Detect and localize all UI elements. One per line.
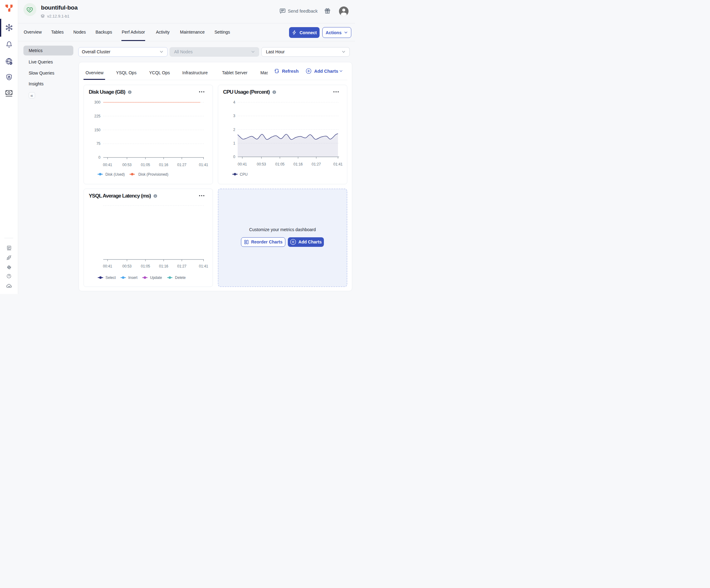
svg-text:00:41: 00:41	[103, 264, 112, 268]
svg-text:Insert: Insert	[128, 276, 138, 280]
svg-text:01:16: 01:16	[159, 163, 168, 167]
svg-text:150: 150	[94, 128, 100, 132]
svg-text:01:05: 01:05	[141, 163, 150, 167]
svg-text:01:05: 01:05	[275, 162, 284, 166]
svg-text:00:41: 00:41	[103, 163, 112, 167]
svg-text:300: 300	[94, 100, 100, 104]
svg-text:01:27: 01:27	[177, 163, 186, 167]
svg-text:00:41: 00:41	[238, 162, 247, 166]
svg-text:01:16: 01:16	[293, 162, 303, 166]
svg-text:Delete: Delete	[175, 276, 186, 280]
svg-text:01:16: 01:16	[159, 264, 168, 268]
svg-text:4: 4	[233, 100, 235, 104]
svg-text:Disk (Used): Disk (Used)	[105, 172, 125, 177]
svg-text:0: 0	[233, 155, 235, 159]
svg-text:3: 3	[233, 114, 235, 118]
svg-text:00:53: 00:53	[122, 264, 132, 268]
svg-text:75: 75	[96, 141, 101, 146]
svg-text:01:27: 01:27	[311, 162, 321, 166]
svg-text:CPU: CPU	[240, 172, 247, 177]
svg-text:01:41: 01:41	[333, 162, 342, 166]
svg-text:01:05: 01:05	[141, 264, 150, 268]
svg-text:1: 1	[233, 141, 235, 145]
svg-text:Update: Update	[150, 276, 162, 280]
svg-text:01:41: 01:41	[199, 163, 208, 167]
svg-text:Disk (Provisioned): Disk (Provisioned)	[138, 172, 168, 177]
svg-text:Select: Select	[105, 276, 116, 280]
svg-text:225: 225	[94, 114, 100, 118]
svg-text:00:53: 00:53	[122, 163, 132, 167]
svg-text:00:53: 00:53	[257, 162, 266, 166]
svg-text:01:41: 01:41	[199, 264, 208, 268]
svg-text:01:27: 01:27	[177, 264, 186, 268]
svg-text:2: 2	[233, 127, 235, 132]
svg-text:0: 0	[98, 155, 100, 160]
